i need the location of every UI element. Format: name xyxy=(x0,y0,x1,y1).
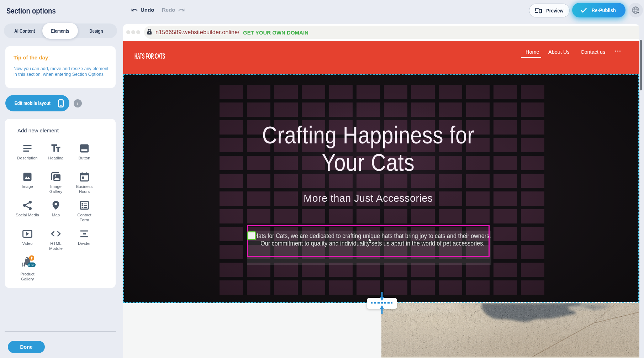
svg-text:SHOP: SHOP xyxy=(28,263,36,267)
